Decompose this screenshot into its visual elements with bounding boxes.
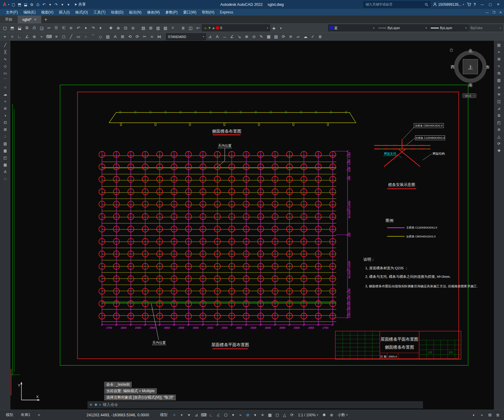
osnap-tracking-icon[interactable]: ⌁ [237,412,244,418]
insert-block-tool-icon[interactable]: ⊡ [2,119,9,126]
open-file-icon[interactable]: ⬒ [9,25,16,31]
search-input[interactable]: 键入关键字或短语 [363,1,430,8]
redo-caret[interactable]: ▾ [97,25,104,31]
revcloud-icon[interactable]: ☁ [302,33,309,40]
arc-tool-icon[interactable]: ⌒ [2,77,9,83]
line-icon[interactable]: ╱ [67,33,75,40]
multiline-text-tool-icon[interactable]: A [2,169,9,175]
center-mark-icon[interactable]: ⊙ [250,33,258,40]
menu-item[interactable]: 格式(O) [73,9,91,16]
ortho-icon[interactable]: ∟ [16,33,23,40]
polygon-tool-icon[interactable]: ◇ [2,63,9,69]
share-button[interactable]: ➤ 共享 [74,2,86,7]
snap-caret[interactable]: ▾ [185,412,193,418]
region-tool-icon[interactable]: ◰ [2,155,9,161]
qat-open-icon[interactable]: ⬒ [17,2,23,8]
tab-close-icon[interactable]: ✕ [34,18,36,21]
polar-tracking-icon[interactable]: ∠ [215,412,222,418]
snap-mode-icon[interactable]: ⌖ [178,412,185,418]
doc-restore-button[interactable]: ❐ [491,11,497,14]
grid-settings-icon[interactable]: ⌗ [9,33,16,40]
qat-save-icon[interactable]: ⬓ [23,2,29,8]
qat-plot-icon[interactable]: ⎙ [35,2,41,8]
measure-tools-icon[interactable]: ⌀ [495,84,503,90]
properties-palette-icon[interactable]: ▤ [140,25,147,31]
layer-isolate-icon[interactable]: ◐ [278,25,285,31]
annotation-monitor-icon[interactable]: ⊕ [328,412,335,418]
menu-item[interactable]: 视图(V) [38,9,56,16]
snap-settings-icon[interactable]: ⌖ [1,33,9,40]
style-combo-caret-icon[interactable]: ▾ [203,35,204,38]
model-space-button[interactable]: 模型 [158,412,170,418]
customization-icon[interactable]: ≣ [494,412,502,418]
save-icon[interactable]: ⬓ [16,25,23,31]
osnap-settings-icon[interactable]: ⊚ [495,127,503,133]
plot-preview-icon[interactable]: ◲ [38,25,45,31]
account-menu[interactable]: 1505999135... ▾ [433,2,464,7]
blocks-palette-icon[interactable]: ⊞ [495,56,503,62]
menu-item[interactable]: 窗口(W) [180,9,199,16]
quick-select-icon[interactable]: ⌖ [495,49,503,55]
search-icon[interactable] [425,3,428,6]
check-standards-icon[interactable]: ✓ [309,33,316,40]
hatch-icon[interactable]: ▨ [104,33,112,40]
multileader-icon[interactable]: ↘ [236,33,243,40]
new-tab-button[interactable]: + [42,16,50,23]
count-palette-icon[interactable]: ⌗ [495,63,503,69]
close-button[interactable]: ✕ [494,2,502,6]
new-file-icon[interactable]: ▢ [1,25,9,31]
show-lineweight-icon[interactable]: ≡ [53,33,60,40]
color-combo[interactable]: 蓝 ▾ [328,25,376,31]
offset-icon[interactable]: ≍ [148,33,156,40]
quick-calc-icon[interactable]: ⌗ [169,25,176,31]
hatch-palette-icon[interactable]: ▨ [495,77,503,83]
table-icon[interactable]: ▦ [265,33,272,40]
paste-icon[interactable]: ⎗ [60,25,67,31]
layer-combo-caret-icon[interactable]: ▾ [267,27,268,29]
help-icon[interactable]: ? [474,2,476,7]
view-cube[interactable]: 上 北 南 西 东 [450,48,490,87]
line-tool-icon[interactable]: ╱ [2,42,9,48]
ellipse-arc-tool-icon[interactable]: ◖ [2,112,9,119]
lineweight-combo-caret-icon[interactable]: ▾ [465,27,467,29]
plot-icon[interactable]: ⎙ [31,25,38,31]
layer-lock-icon[interactable]: ◈ [270,25,278,31]
dim-linear-icon[interactable]: ↔ [221,33,228,40]
app-store-cart-icon[interactable] [467,2,471,6]
ellipse-tool-icon[interactable]: ⊜ [2,105,9,112]
ortho-mode-icon[interactable]: ∟ [207,412,215,418]
circle-tool-icon[interactable]: ○ [2,84,9,90]
lineweight-display-icon[interactable]: ≡ [259,412,266,418]
named-views-icon[interactable]: ◰ [495,119,503,126]
object-snap-caret[interactable]: ▾ [252,412,259,418]
mirror-icon[interactable]: ⋈ [156,33,163,40]
menu-item[interactable]: 绘图(D) [108,9,126,16]
qat-customize-caret[interactable]: ▾ [66,2,72,8]
zoom-realtime-icon[interactable]: ⊕ [115,25,122,31]
zoom-window-icon[interactable]: ⊡ [122,25,129,31]
match-dim-icon[interactable]: ≌ [287,33,294,40]
minimize-button[interactable]: — [478,2,486,6]
layer-manager-icon[interactable]: ≣ [495,112,503,119]
properties-palette-icon[interactable]: ▤ [495,42,503,48]
plotstyle-combo[interactable]: ByColor ▾ [469,25,503,31]
menu-item[interactable]: 编辑(E) [21,9,38,16]
annotation-scale-button[interactable]: 1:1 / 100% ▾ [296,413,320,417]
tracking-icon[interactable]: ⌁ [38,33,45,40]
new-layout-button[interactable]: + [35,410,44,420]
polyline-tool-icon[interactable]: ∿ [2,56,9,62]
command-input[interactable]: 键入命令 [103,402,118,407]
maximize-button[interactable]: ▢ [486,2,494,6]
rotate-icon[interactable]: ⟲ [126,33,134,40]
regen-icon[interactable]: ⟳ [134,33,141,40]
grid-icon[interactable]: ⌗ [171,412,178,418]
text-icon[interactable]: A [112,33,119,40]
layer-previous-icon[interactable]: ↩ [194,25,202,31]
menu-item[interactable]: 插入(I) [56,9,72,16]
qat-save-as-icon[interactable]: ⧉ [29,2,35,8]
qat-redo-caret[interactable]: ▾ [59,2,66,8]
point-style-tool-icon[interactable]: ∷ [2,176,9,182]
circle-icon[interactable]: ○ [82,33,89,40]
drawing-canvas[interactable]: 侧面檩条布置图 天沟位置 278429692969296929692969296… [10,41,494,410]
command-customize-caret-icon[interactable]: ▾ [99,403,100,406]
